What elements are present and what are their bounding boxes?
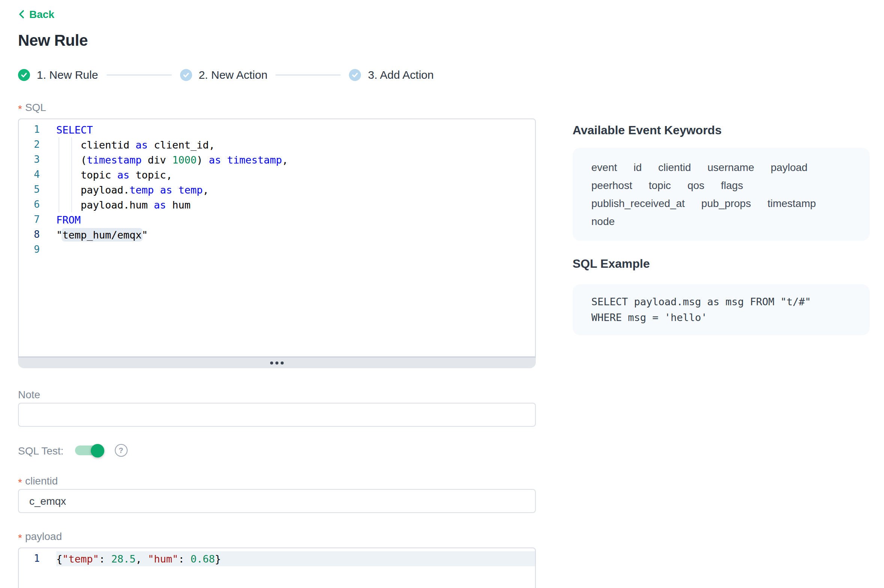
line-number: 1 [19,551,40,566]
event-keyword: flags [721,176,743,194]
step-connector [276,74,341,75]
keyword-row: peerhosttopicqosflags [591,176,851,194]
code-line-content: payload.temp as temp, [56,182,535,197]
event-keyword: username [708,158,755,176]
payload-code-area[interactable]: 1{"temp": 28.5, "hum": 0.68} [19,548,535,588]
sql-example-line: SELECT payload.msg as msg FROM "t/#" [591,294,851,310]
sidebar-column: Available Event Keywords eventidclientid… [573,0,870,335]
step-label: 2. New Action [198,68,267,81]
line-number: 6 [19,197,40,212]
event-keyword: payload [771,158,807,176]
code-line: 2 clientid as client_id, [19,137,535,152]
step-label: 3. Add Action [368,68,434,81]
required-asterisk: * [18,532,22,543]
code-line: 3 (timestamp div 1000) as timestamp, [19,152,535,167]
code-line-content [56,242,535,257]
line-number: 4 [19,167,40,182]
payload-field-label: * payload [18,530,536,542]
code-line-content: clientid as client_id, [56,137,535,152]
back-label: Back [29,8,54,20]
code-line: 6 payload.hum as hum [19,197,535,212]
event-keyword: peerhost [591,176,632,194]
step-add-action: 3. Add Action [349,68,434,81]
line-number: 7 [19,212,40,227]
code-line-content: payload.hum as hum [56,197,535,212]
event-keyword: timestamp [767,194,816,212]
code-line: 1{"temp": 28.5, "hum": 0.68} [19,551,535,566]
event-keywords-panel: eventidclientidusernamepayloadpeerhostto… [573,148,870,241]
line-number: 2 [19,137,40,152]
payload-code-editor[interactable]: 1{"temp": 28.5, "hum": 0.68} [18,548,536,588]
code-line: 7FROM [19,212,535,227]
main-column: Back New Rule 1. New Rule 2. New Action [18,0,536,588]
clientid-field-label: * clientid [18,475,536,487]
code-line-content: {"temp": 28.5, "hum": 0.68} [56,551,535,566]
sql-example-title: SQL Example [573,257,870,271]
sql-test-label: SQL Test: [18,444,63,456]
event-keyword: publish_received_at [591,194,685,212]
sql-example-line: WHERE msg = 'hello' [591,310,851,326]
chevron-left-icon [18,10,25,19]
event-keyword: node [591,212,615,230]
question-circle-icon[interactable]: ? [114,444,127,457]
step-new-action: 2. New Action [180,68,267,81]
line-number: 5 [19,182,40,197]
code-line-content: topic as topic, [56,167,535,182]
note-field-label: Note [18,388,536,400]
code-line-content: FROM [56,212,535,227]
line-number: 9 [19,242,40,257]
line-number: 8 [19,227,40,242]
code-line: 1SELECT [19,122,535,137]
page-title: New Rule [18,32,536,50]
sql-field-label: * SQL [18,101,536,113]
step-pending-check-icon [349,69,361,81]
clientid-input[interactable] [18,489,536,513]
line-number: 3 [19,152,40,167]
sql-example-panel: SELECT payload.msg as msg FROM "t/#"WHER… [573,284,870,335]
code-line-content: SELECT [56,122,535,137]
code-line: 9 [19,242,535,257]
event-keyword: topic [649,176,671,194]
sql-test-row: SQL Test: ? [18,444,536,457]
sql-code-area[interactable]: 1SELECT2 clientid as client_id,3 (timest… [19,119,535,356]
keyword-row: publish_received_atpub_propstimestamp [591,194,851,212]
line-number: 1 [19,122,40,137]
event-keyword: clientid [658,158,691,176]
note-input[interactable] [18,403,536,427]
wizard-stepper: 1. New Rule 2. New Action 3. Add Action [18,68,536,81]
back-link[interactable]: Back [18,8,54,20]
keyword-row: eventidclientidusernamepayload [591,158,851,176]
step-new-rule: 1. New Rule [18,68,98,81]
required-asterisk: * [18,104,22,114]
code-line: 5 payload.temp as temp, [19,182,535,197]
new-rule-page: Back New Rule 1. New Rule 2. New Action [0,0,884,588]
sql-test-toggle[interactable] [75,446,103,455]
code-line-content: (timestamp div 1000) as timestamp, [56,152,535,167]
event-keyword: qos [687,176,704,194]
event-keyword: id [634,158,642,176]
toggle-knob [90,444,104,457]
step-pending-check-icon [180,69,192,81]
step-label: 1. New Rule [37,68,98,81]
keyword-row: node [591,212,851,230]
required-asterisk: * [18,477,22,488]
editor-resize-handle[interactable] [18,357,536,368]
code-line: 4 topic as topic, [19,167,535,182]
step-done-check-icon [18,69,30,81]
keywords-panel-title: Available Event Keywords [573,124,870,137]
code-line-content: "temp_hum/emqx" [56,227,535,242]
ellipsis-drag-icon [275,362,278,364]
step-connector [106,74,171,75]
sql-code-editor[interactable]: 1SELECT2 clientid as client_id,3 (timest… [18,118,536,357]
event-keyword: event [591,158,617,176]
code-line: 8"temp_hum/emqx" [19,227,535,242]
event-keyword: pub_props [701,194,751,212]
